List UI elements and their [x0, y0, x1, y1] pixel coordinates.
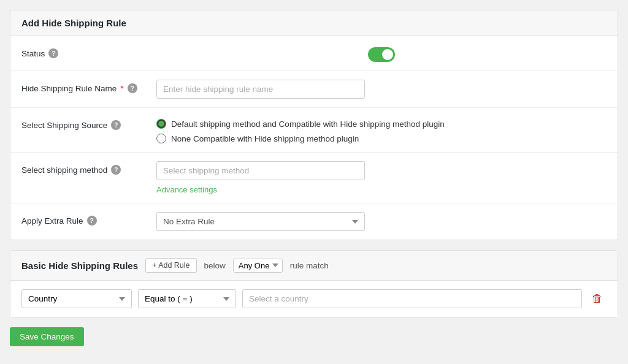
select-method-input[interactable] — [156, 161, 365, 180]
add-rule-card: Add Hide Shipping Rule Status ? Hide Shi… — [10, 10, 618, 240]
shipping-source-row: Select Shipping Source ? Default shippin… — [10, 108, 618, 153]
below-text: below — [204, 261, 226, 270]
status-row: Status ? — [10, 36, 618, 71]
shipping-source-control: Default shipping method and Compatible w… — [156, 116, 607, 143]
toggle-slider — [368, 47, 395, 62]
shipping-source-radio-group: Default shipping method and Compatible w… — [156, 116, 607, 143]
select-method-label: Select shipping method ? — [21, 161, 156, 175]
shipping-source-radio-default[interactable] — [156, 119, 166, 129]
rule-name-row: Hide Shipping Rule Name * ? — [10, 71, 618, 108]
extra-rule-control: No Extra Rule Custom Rule — [156, 212, 607, 231]
status-help-icon[interactable]: ? — [48, 48, 58, 58]
extra-rule-help-icon[interactable]: ? — [87, 216, 97, 226]
select-method-control: Advance settings — [156, 161, 607, 194]
rule-name-control — [156, 80, 607, 99]
shipping-source-label: Select Shipping Source ? — [21, 116, 156, 130]
basic-rules-section: Basic Hide Shipping Rules + Add Rule bel… — [10, 250, 618, 317]
select-method-row: Select shipping method ? Advance setting… — [10, 153, 618, 203]
extra-rule-row: Apply Extra Rule ? No Extra Rule Custom … — [10, 203, 618, 240]
add-rule-button[interactable]: + Add Rule — [145, 258, 197, 273]
advance-settings-link[interactable]: Advance settings — [156, 185, 607, 194]
shipping-source-radio-none[interactable] — [156, 134, 166, 143]
rule-match-text: rule match — [290, 261, 329, 270]
delete-rule-button[interactable]: 🗑 — [588, 290, 607, 308]
rule-field-select[interactable]: Country Subtotal Weight Quantity — [21, 289, 132, 308]
save-section: Save Changes — [10, 327, 618, 346]
status-control — [156, 45, 607, 62]
shipping-source-help-icon[interactable]: ? — [111, 120, 121, 130]
select-method-help-icon[interactable]: ? — [111, 165, 121, 175]
extra-rule-select[interactable]: No Extra Rule Custom Rule — [156, 212, 365, 231]
rule-value-input[interactable] — [242, 289, 582, 308]
basic-rules-title: Basic Hide Shipping Rules — [21, 260, 138, 271]
rule-row: Country Subtotal Weight Quantity Equal t… — [10, 281, 618, 317]
any-one-select[interactable]: Any One All — [233, 259, 283, 273]
extra-rule-label: Apply Extra Rule ? — [21, 212, 156, 226]
save-button[interactable]: Save Changes — [10, 327, 84, 346]
status-toggle[interactable] — [368, 47, 395, 62]
rule-name-label: Hide Shipping Rule Name * ? — [21, 80, 156, 93]
rule-name-help-icon[interactable]: ? — [128, 83, 137, 93]
shipping-source-option-default[interactable]: Default shipping method and Compatible w… — [156, 119, 607, 129]
status-label: Status ? — [21, 45, 156, 58]
rule-condition-select[interactable]: Equal to ( = ) Not equal to Greater than… — [138, 289, 236, 308]
basic-rules-header: Basic Hide Shipping Rules + Add Rule bel… — [10, 251, 618, 281]
rule-name-input[interactable] — [156, 80, 365, 99]
shipping-source-option-none[interactable]: None Compatible with Hide shipping metho… — [156, 134, 607, 143]
card-title: Add Hide Shipping Rule — [10, 10, 618, 36]
